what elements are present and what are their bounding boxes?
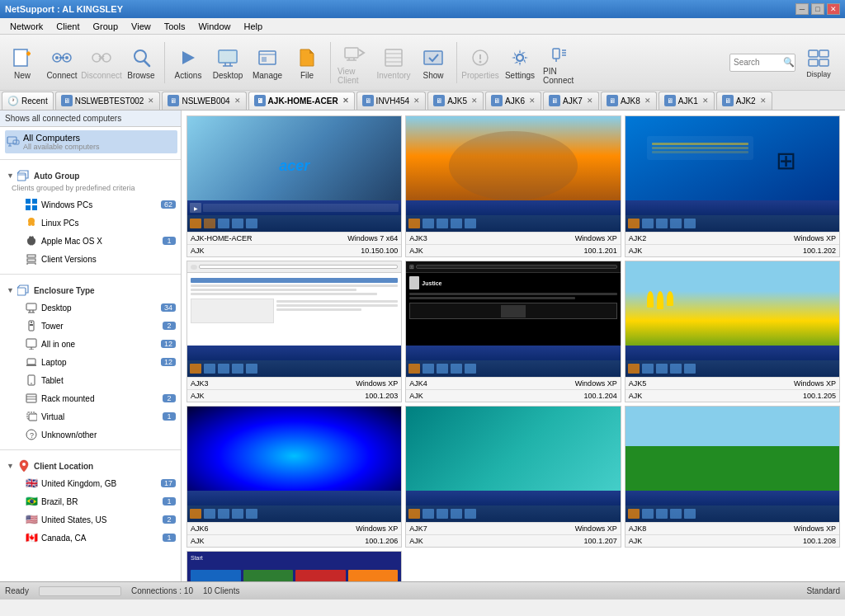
computer-icon-8: 🖥 — [607, 95, 618, 106]
sidebar-rack-mounted[interactable]: Rack mounted 2 — [5, 389, 177, 407]
tab-invh454[interactable]: 🖥 INVH454 ✕ — [356, 92, 427, 110]
tab-nslwebtest002[interactable]: 🖥 NSLWEBTEST002 ✕ — [55, 92, 161, 110]
name-ajk3: AJK3 — [409, 234, 427, 242]
sidebar-auto-group-header[interactable]: ▼ Auto Group — [5, 166, 177, 184]
group-ajk7: AJK — [409, 537, 423, 545]
thumb-invh454[interactable]: Start — [186, 551, 402, 581]
info2-ajk3-203: AJK 100.1.203 — [187, 389, 401, 402]
toolbar-show-button[interactable]: Show — [414, 38, 452, 87]
toolbar-desktop-button[interactable]: Desktop — [209, 38, 247, 87]
menu-network[interactable]: Network — [3, 20, 50, 33]
tab-ajk2[interactable]: 🖥 AJK2 ✕ — [716, 92, 772, 110]
expand-location-icon: ▼ — [7, 462, 14, 470]
sidebar-virtual[interactable]: Virtual 1 — [5, 407, 177, 426]
tab-close-icon[interactable]: ✕ — [148, 96, 154, 105]
menu-client[interactable]: Client — [50, 20, 86, 33]
taskbar-bg-7 — [406, 491, 620, 505]
computer-icon-7: 🖥 — [549, 95, 560, 106]
tb-ajk5-btn — [628, 364, 640, 374]
tab-close-ajk5-icon[interactable]: ✕ — [471, 96, 478, 105]
tab-close-ajk-icon[interactable]: ✕ — [342, 96, 349, 105]
toolbar-view-client-button[interactable]: View Client — [335, 38, 373, 87]
svg-rect-73 — [27, 359, 35, 364]
tab-ajk-home-acer[interactable]: 🖥 AJK-HOME-ACER ✕ — [248, 92, 355, 110]
sidebar-unknown[interactable]: ? Unknown/other — [5, 426, 177, 444]
svg-rect-53 — [32, 199, 37, 204]
sidebar-all-in-one[interactable]: All in one 12 — [5, 335, 177, 353]
maximize-button[interactable]: □ — [811, 3, 824, 15]
inventory-icon — [380, 45, 407, 71]
sidebar-tablet[interactable]: Tablet — [5, 371, 177, 389]
toolbar-actions-button[interactable]: Actions — [169, 38, 207, 87]
menu-group[interactable]: Group — [86, 20, 125, 33]
thumb-ajk3-201[interactable]: AJK3 Windows XP AJK 100.1.201 — [405, 115, 621, 257]
tab-ajk8[interactable]: 🖥 AJK8 ✕ — [601, 92, 657, 110]
search-input[interactable] — [734, 58, 783, 67]
display-button[interactable]: Display — [799, 41, 838, 84]
sidebar-linux-pcs[interactable]: Linux PCs — [5, 214, 177, 232]
toolbar-manage-button[interactable]: Manage — [248, 38, 286, 87]
tab-close-ajk8-icon[interactable]: ✕ — [644, 96, 651, 105]
minimize-button[interactable]: ─ — [795, 3, 809, 15]
menu-view[interactable]: View — [125, 20, 158, 33]
sidebar-windows-pcs[interactable]: Windows PCs 62 — [5, 195, 177, 214]
sidebar-tower[interactable]: Tower 2 — [5, 317, 177, 335]
tab-close-invh454-icon[interactable]: ✕ — [413, 96, 420, 105]
tab-recent[interactable]: 🕐 Recent — [2, 92, 54, 110]
toolbar-connect-button[interactable]: Connect — [43, 38, 81, 87]
toolbar-file-button[interactable]: File — [288, 38, 326, 87]
rack-icon — [25, 392, 38, 405]
name-ajk7: AJK7 — [409, 524, 427, 533]
sidebar-all-computers[interactable]: All Computers All available computers — [5, 130, 177, 153]
menu-tools[interactable]: Tools — [158, 20, 192, 33]
thumb-ajk2[interactable]: ⊞ AJ — [625, 115, 840, 257]
tab-close-ajk2-icon[interactable]: ✕ — [760, 96, 767, 105]
tab-close-nslweb004-icon[interactable]: ✕ — [234, 96, 241, 105]
tb-ajk5-btn2 — [642, 364, 654, 374]
sidebar-uk[interactable]: 🇬🇧 United Kingdom, GB 17 — [5, 474, 177, 492]
thumb-ajk8[interactable]: AJK8 Windows XP AJK 100.1.208 — [625, 406, 840, 548]
sidebar-client-location-header[interactable]: ▼ Client Location — [5, 456, 177, 474]
sidebar-brazil[interactable]: 🇧🇷 Brazil, BR 1 — [5, 492, 177, 510]
thumb-ajk3-203[interactable]: AJK3 Windows XP AJK 100.1.203 — [186, 261, 402, 402]
thumb-ajk5[interactable]: AJK5 Windows XP AJK 100.1.205 — [625, 261, 840, 402]
toolbar-disconnect-button[interactable]: Disconnect — [83, 38, 120, 87]
name-ajk4: AJK4 — [409, 379, 427, 388]
tower-icon — [25, 319, 38, 332]
toolbar-new-button[interactable]: New — [3, 38, 41, 87]
thumb-ajk4[interactable]: ⊞ Justice — [405, 261, 621, 402]
search-icon: 🔍 — [783, 57, 795, 68]
sidebar-apple-mac[interactable]: Apple Mac OS X 1 — [5, 232, 177, 250]
toolbar-pin-connect-button[interactable]: PIN Connect — [541, 38, 578, 87]
thumb-ajk6[interactable]: AJK6 Windows XP AJK 100.1.206 — [186, 406, 402, 548]
toolbar-settings-button[interactable]: Settings — [501, 38, 539, 87]
tab-ajk6[interactable]: 🖥 AJK6 ✕ — [485, 92, 541, 110]
menu-window[interactable]: Window — [191, 20, 237, 33]
sidebar-enclosure-type-header[interactable]: ▼ Enclosure Type — [5, 280, 177, 299]
auto-group-icon — [17, 169, 31, 182]
toolbar-browse-button[interactable]: Browse — [122, 38, 160, 87]
brazil-count: 1 — [163, 497, 176, 505]
sidebar-desktop[interactable]: Desktop 34 — [5, 299, 177, 317]
sidebar-canada[interactable]: 🇨🇦 Canada, CA 1 — [5, 529, 177, 547]
os-ajk4: Windows XP — [575, 379, 617, 388]
sidebar-laptop[interactable]: Laptop 12 — [5, 353, 177, 371]
tab-close-ajk6-icon[interactable]: ✕ — [529, 96, 536, 105]
name-ajk6: AJK6 — [191, 524, 209, 533]
tab-close-ajk7-icon[interactable]: ✕ — [587, 96, 593, 105]
tab-ajk5[interactable]: 🖥 AJK5 ✕ — [427, 92, 484, 110]
close-button[interactable]: ✕ — [827, 3, 840, 15]
svg-point-8 — [92, 54, 101, 62]
menu-help[interactable]: Help — [238, 20, 270, 33]
thumb-ajk-home-acer[interactable]: acer ▶ AJK-HOME-ACER Wi — [186, 115, 402, 257]
tab-ajk7[interactable]: 🖥 AJK7 ✕ — [543, 92, 599, 110]
sidebar-client-versions[interactable]: Client Versions — [5, 250, 177, 268]
thumb-ajk7[interactable]: AJK7 Windows XP AJK 100.1.207 — [405, 406, 621, 548]
toolbar-inventory-button[interactable]: Inventory — [375, 38, 413, 87]
tab-nslweb004[interactable]: 🖥 NSLWEB004 ✕ — [162, 92, 246, 110]
tab-close-ajk1-icon[interactable]: ✕ — [702, 96, 709, 105]
toolbar-properties-button[interactable]: Properties — [461, 38, 499, 87]
tab-ajk1[interactable]: 🖥 AJK1 ✕ — [659, 92, 715, 110]
computer-icon-2: 🖥 — [168, 95, 179, 106]
sidebar-us[interactable]: 🇺🇸 United States, US 2 — [5, 510, 177, 529]
